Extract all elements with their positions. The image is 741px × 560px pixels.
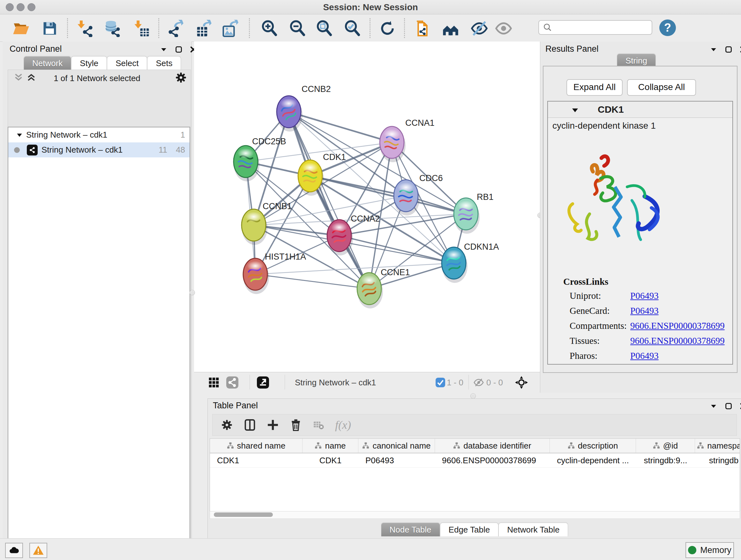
search-icon	[543, 23, 552, 32]
crosslinks-list: Uniprot:P06493GeneCard:P06493Compartment…	[569, 291, 729, 366]
splitter-handle[interactable]	[470, 393, 476, 399]
tab-network[interactable]: Network	[23, 56, 71, 70]
graph-edge[interactable]	[289, 112, 369, 289]
expand-network-button[interactable]	[442, 19, 460, 37]
float-panel-icon[interactable]	[725, 402, 732, 410]
float-panel-icon[interactable]	[175, 46, 183, 53]
graph-node-CCNE1[interactable]: CCNE1	[357, 267, 410, 308]
table-horizontal-scrollbar[interactable]	[210, 511, 740, 519]
column-header-description[interactable]: description	[550, 439, 636, 453]
selected-nodes-checkbox[interactable]	[434, 376, 447, 389]
zoom-in-button[interactable]	[260, 19, 278, 37]
protein-description: cyclin-dependent kinase 1	[552, 121, 656, 131]
collapse-section-icon[interactable]	[571, 106, 579, 114]
toolbar-separator	[369, 18, 370, 38]
show-columns-icon[interactable]	[244, 419, 256, 431]
tab-select[interactable]: Select	[107, 56, 147, 70]
collapse-panel-icon[interactable]	[710, 402, 718, 410]
delete-column-icon[interactable]	[290, 419, 302, 431]
table-cell[interactable]: cyclin-dependent ...	[550, 453, 636, 468]
graph-node-CDC6[interactable]: CDC6	[394, 173, 443, 215]
tab-node-table[interactable]: Node Table	[381, 523, 440, 537]
graph-edge[interactable]	[289, 112, 392, 142]
column-header-name[interactable]: name	[302, 439, 358, 453]
cloud-status-button[interactable]	[5, 543, 23, 558]
network-view-canvas[interactable]: CCNB2CCNA1CDC25BCDK1CDC6RB1CCNB1CCNA2CDK…	[194, 42, 540, 372]
export-image-button[interactable]	[221, 19, 239, 37]
table-cell[interactable]: CDK1	[302, 453, 358, 468]
birds-eye-view-button[interactable]	[515, 376, 528, 389]
network-graph[interactable]: CCNB2CCNA1CDC25BCDK1CDC6RB1CCNB1CCNA2CDK…	[194, 42, 540, 372]
add-column-icon[interactable]	[267, 419, 279, 431]
import-network-database-button[interactable]	[104, 19, 121, 37]
splitter-handle[interactable]	[190, 290, 195, 295]
search-input[interactable]	[538, 20, 652, 35]
graph-node-CCNA1[interactable]: CCNA1	[380, 118, 434, 162]
table-cell[interactable]: stringdb	[695, 453, 740, 468]
tab-string[interactable]: String	[617, 54, 656, 67]
tab-style[interactable]: Style	[71, 56, 107, 70]
zoom-out-button[interactable]	[288, 19, 307, 37]
protein-card-header[interactable]: CDK1	[548, 102, 732, 118]
memory-button[interactable]: Memory	[685, 542, 734, 558]
function-builder-button[interactable]: f(x)	[335, 418, 351, 432]
import-network-file-button[interactable]	[77, 19, 94, 37]
open-session-button[interactable]	[12, 19, 30, 37]
tab-network-table[interactable]: Network Table	[498, 523, 568, 537]
hide-unhide-button[interactable]	[470, 19, 488, 37]
string-import-button[interactable]	[414, 19, 431, 37]
graph-edge[interactable]	[255, 274, 369, 289]
collapse-all-button[interactable]: Collapse All	[627, 79, 696, 96]
column-header-shared-name[interactable]: shared name	[210, 439, 302, 453]
close-panel-icon[interactable]	[739, 402, 741, 410]
tree-expand-icon[interactable]	[16, 132, 23, 138]
table-cell[interactable]: P06493	[358, 453, 435, 468]
close-panel-icon[interactable]	[739, 46, 741, 53]
column-header-namespace[interactable]: namespace	[695, 439, 740, 453]
help-button[interactable]: ?	[659, 19, 676, 36]
warnings-button[interactable]	[29, 543, 47, 558]
graph-node-CDKN1A[interactable]: CDKN1A	[442, 242, 499, 283]
column-header-canonical-name[interactable]: canonical name	[358, 439, 435, 453]
collapse-panel-icon[interactable]	[710, 45, 718, 54]
crosslink-link[interactable]: P06493	[630, 291, 659, 301]
network-collection-row[interactable]: String Network – cdk1 1	[8, 127, 190, 142]
refresh-layout-button[interactable]	[379, 19, 396, 37]
crosslink-link[interactable]: P06493	[630, 306, 659, 316]
table-cell[interactable]: 9606.ENSP00000378699	[435, 453, 550, 468]
table-row[interactable]: CDK1CDK1P064939606.ENSP00000378699cyclin…	[210, 453, 740, 468]
export-table-button[interactable]	[195, 19, 212, 37]
crosslink-label: Pharos:	[569, 351, 630, 361]
graph-node-CCNA2[interactable]: CCNA2	[327, 214, 380, 255]
graph-node-CDC25B[interactable]: CDC25B	[233, 137, 286, 181]
import-table-button[interactable]	[133, 19, 151, 37]
graph-node-RB1[interactable]: RB1	[454, 192, 494, 234]
grid-view-button[interactable]	[207, 376, 220, 389]
detach-view-button[interactable]	[257, 376, 269, 389]
graph-edge[interactable]	[339, 236, 454, 263]
show-graphics-button[interactable]	[495, 19, 513, 37]
export-network-button[interactable]	[166, 19, 185, 37]
node-table[interactable]: shared namenamecanonical namedatabase id…	[210, 438, 740, 514]
zoom-selected-button[interactable]	[343, 19, 361, 37]
network-options-gear-icon[interactable]	[175, 71, 187, 84]
network-view-mode-button[interactable]	[226, 376, 239, 389]
crosslink-link[interactable]: 9606.ENSP00000378699	[630, 335, 725, 346]
crosslink-link[interactable]: 9606.ENSP00000378699	[630, 320, 725, 331]
save-session-button[interactable]	[41, 19, 59, 37]
table-settings-gear-icon[interactable]	[221, 419, 233, 431]
collapse-panel-icon[interactable]	[159, 45, 168, 54]
column-header--id[interactable]: @id	[636, 439, 695, 453]
float-panel-icon[interactable]	[725, 46, 732, 53]
network-row[interactable]: String Network – cdk1 11 48	[8, 142, 190, 158]
crosslink-link[interactable]: P06493	[630, 351, 659, 361]
expand-all-button[interactable]: Expand All	[566, 79, 623, 96]
column-header-database-identifier[interactable]: database identifier	[435, 439, 550, 453]
tab-sets[interactable]: Sets	[147, 56, 181, 70]
tab-edge-table[interactable]: Edge Table	[440, 523, 499, 537]
graph-node-CCNB2[interactable]: CCNB2	[277, 84, 331, 132]
table-cell[interactable]: stringdb:9...	[636, 453, 695, 468]
scrollbar-thumb[interactable]	[214, 512, 273, 517]
table-cell[interactable]: CDK1	[210, 453, 302, 468]
zoom-fit-button[interactable]	[315, 19, 333, 37]
